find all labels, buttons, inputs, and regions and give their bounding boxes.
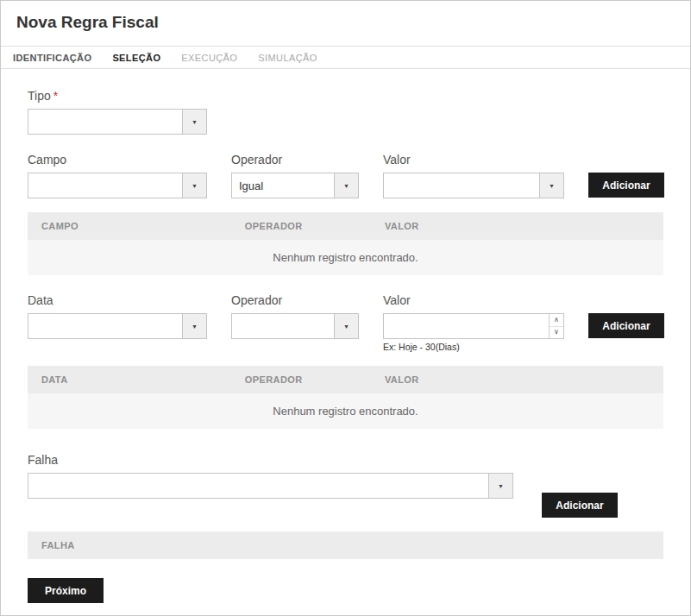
data-select[interactable]: ▼: [28, 313, 207, 339]
tipo-label: Tipo*: [28, 89, 663, 103]
operador-select-dropdown-button[interactable]: ▼: [334, 173, 358, 198]
valor-select-dropdown-button[interactable]: ▼: [539, 173, 563, 198]
valor-select[interactable]: ▼: [383, 173, 564, 198]
falha-table-header-falha: FALHA: [28, 531, 663, 559]
table-row: Nenhum registro encontrado.: [28, 240, 663, 275]
data-table-header-valor: VALOR: [371, 366, 663, 393]
operador-select-input[interactable]: [232, 173, 334, 198]
tipo-select-input[interactable]: [28, 110, 182, 134]
data-table-header-operador: OPERADOR: [231, 366, 371, 393]
campo-table-header-valor: VALOR: [371, 212, 663, 240]
data-adicionar-button[interactable]: Adicionar: [588, 313, 664, 338]
tipo-select[interactable]: ▼: [28, 109, 207, 135]
tipo-select-dropdown-button[interactable]: ▼: [182, 110, 206, 134]
data-operador-select-dropdown-button[interactable]: ▼: [334, 314, 358, 338]
tabbar: IDENTIFICAÇÃO SELEÇÃO EXECUÇÃO SIMULAÇÃO: [1, 46, 690, 69]
chevron-down-icon: ▼: [549, 183, 555, 189]
falha-select[interactable]: ▼: [28, 473, 513, 499]
falha-select-input[interactable]: [28, 474, 488, 498]
chevron-down-icon: ▼: [192, 324, 198, 330]
data-label: Data: [28, 293, 207, 307]
form-content: Tipo* ▼ Campo ▼ Operador ▼: [1, 89, 690, 559]
data-valor-input[interactable]: [384, 314, 549, 338]
new-fiscal-rule-page: Nova Regra Fiscal IDENTIFICAÇÃO SELEÇÃO …: [0, 0, 691, 616]
tipo-label-text: Tipo: [28, 89, 51, 103]
spinner-down-icon[interactable]: ∨: [550, 327, 563, 339]
falha-label: Falha: [28, 453, 663, 467]
data-add-button-col: Adicionar: [588, 293, 664, 338]
chevron-down-icon: ▼: [192, 183, 198, 189]
tab-identificacao[interactable]: IDENTIFICAÇÃO: [3, 47, 102, 68]
table-row: Nenhum registro encontrado.: [28, 393, 663, 429]
data-row: Data ▼ Operador ▼ Valor ∧: [28, 293, 663, 352]
data-valor-label: Valor: [383, 293, 564, 307]
data-field: Data ▼: [28, 293, 207, 339]
operador-label: Operador: [231, 153, 359, 167]
footer: Próximo: [1, 559, 690, 603]
falha-section: Falha ▼ Adicionar: [28, 453, 663, 518]
data-operador-select-input[interactable]: [232, 314, 334, 338]
data-valor-field: Valor ∧ ∨ Ex: Hoje - 30(Dias): [383, 293, 564, 352]
data-table-empty-message: Nenhum registro encontrado.: [28, 393, 663, 429]
falha-row: ▼ Adicionar: [28, 473, 663, 518]
campo-table-header-campo: CAMPO: [28, 212, 231, 240]
campo-field: Campo ▼: [28, 153, 207, 198]
chevron-down-icon: ▼: [498, 483, 504, 489]
campo-row: Campo ▼ Operador ▼ Valor ▼: [28, 153, 663, 198]
data-table: DATA OPERADOR VALOR Nenhum registro enco…: [28, 366, 663, 429]
tipo-section: Tipo* ▼: [28, 89, 663, 135]
campo-select-input[interactable]: [28, 173, 182, 198]
campo-select[interactable]: ▼: [28, 173, 207, 198]
campo-select-dropdown-button[interactable]: ▼: [182, 173, 206, 198]
data-valor-hint: Ex: Hoje - 30(Dias): [383, 342, 564, 352]
data-operador-select[interactable]: ▼: [231, 313, 359, 339]
chevron-down-icon: ▼: [192, 119, 198, 125]
operador-field: Operador ▼: [231, 153, 359, 198]
data-operador-field: Operador ▼: [231, 293, 359, 339]
data-select-input[interactable]: [28, 314, 182, 338]
data-valor-number-input[interactable]: ∧ ∨: [383, 313, 564, 339]
falha-table: FALHA: [28, 531, 663, 559]
tab-simulacao[interactable]: SIMULAÇÃO: [248, 47, 327, 68]
valor-select-input[interactable]: [384, 173, 539, 198]
tab-selecao[interactable]: SELEÇÃO: [102, 47, 171, 68]
proximo-button[interactable]: Próximo: [28, 578, 104, 603]
campo-label: Campo: [28, 153, 207, 167]
falha-select-dropdown-button[interactable]: ▼: [488, 474, 512, 498]
operador-select[interactable]: ▼: [231, 173, 359, 198]
number-spinner: ∧ ∨: [549, 314, 563, 338]
campo-table-empty-message: Nenhum registro encontrado.: [28, 240, 663, 275]
chevron-down-icon: ▼: [343, 324, 349, 330]
data-operador-label: Operador: [231, 293, 359, 307]
data-select-dropdown-button[interactable]: ▼: [182, 314, 206, 338]
campo-adicionar-button[interactable]: Adicionar: [588, 173, 664, 198]
page-title: Nova Regra Fiscal: [16, 13, 675, 32]
spinner-up-icon[interactable]: ∧: [550, 314, 563, 327]
page-header: Nova Regra Fiscal: [1, 1, 690, 46]
required-asterisk: *: [53, 89, 58, 103]
data-table-header-data: DATA: [28, 366, 231, 393]
tab-execucao[interactable]: EXECUÇÃO: [171, 47, 248, 68]
campo-table: CAMPO OPERADOR VALOR Nenhum registro enc…: [28, 212, 663, 275]
valor-field: Valor ▼: [383, 153, 564, 198]
campo-table-header-operador: OPERADOR: [231, 212, 371, 240]
campo-add-button-col: Adicionar: [588, 153, 664, 198]
valor-label: Valor: [383, 153, 564, 167]
falha-adicionar-button[interactable]: Adicionar: [542, 493, 618, 518]
chevron-down-icon: ▼: [343, 183, 349, 189]
falha-add-button-col: Adicionar: [542, 473, 618, 518]
